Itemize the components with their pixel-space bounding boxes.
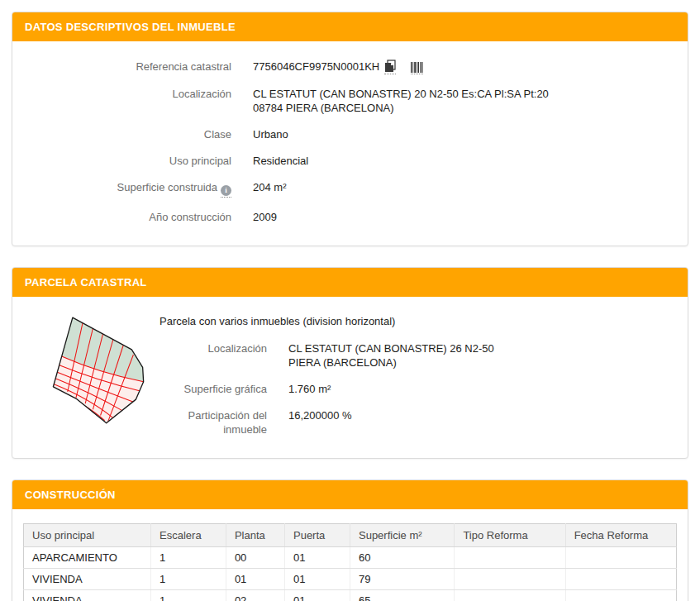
column-header: Uso principal bbox=[24, 524, 151, 547]
copy-icon[interactable] bbox=[384, 60, 396, 74]
table-head: Uso principalEscaleraPlantaPuertaSuperfi… bbox=[24, 524, 677, 547]
field-participacion: Participación del inmueble 16,200000 % bbox=[160, 408, 671, 436]
field-label: Superficie construida bbox=[117, 181, 217, 193]
table-cell: 65 bbox=[350, 590, 454, 601]
field-superficie-construida: Superficie construidai 204 m² bbox=[29, 180, 671, 198]
table-cell: VIVIENDA bbox=[24, 590, 151, 601]
table-cell bbox=[455, 590, 565, 601]
referencia-catastral-value: 7756046CF9975N0001KH bbox=[253, 60, 379, 73]
table-cell: 60 bbox=[350, 547, 454, 569]
table-cell: 00 bbox=[226, 547, 284, 569]
field-label: Uso principal bbox=[29, 154, 231, 168]
panel-title-parcela-catastral: PARCELA CATASTRAL bbox=[12, 268, 688, 297]
table-cell bbox=[565, 547, 676, 569]
panel-title-datos-descriptivos: DATOS DESCRIPTIVOS DEL INMUEBLE bbox=[12, 12, 688, 41]
anio-construccion-value: 2009 bbox=[253, 210, 277, 224]
column-header: Superficie m² bbox=[350, 524, 454, 547]
parcela-localizacion-line2: PIERA (BARCELONA) bbox=[288, 355, 494, 370]
localizacion-line1: CL ESTATUT (CAN BONASTRE) 20 N2-50 Es:CA… bbox=[253, 87, 549, 101]
field-label: Superficie gráfica bbox=[160, 382, 267, 396]
table-header-row: Uso principalEscaleraPlantaPuertaSuperfi… bbox=[24, 524, 677, 547]
clase-value: Urbano bbox=[253, 127, 288, 141]
construccion-table: Uso principalEscaleraPlantaPuertaSuperfi… bbox=[23, 523, 677, 601]
uso-principal-value: Residencial bbox=[253, 154, 308, 168]
column-header: Puerta bbox=[284, 524, 350, 547]
parcela-localizacion-line1: CL ESTATUT (CAN BONASTRE) 26 N2-50 bbox=[288, 341, 494, 355]
panel-title-construccion: CONSTRUCCIÓN bbox=[12, 480, 688, 509]
table-cell: VIVIENDA bbox=[24, 569, 151, 590]
table-cell: 01 bbox=[284, 569, 350, 590]
parcela-subtitle: Parcela con varios inmuebles (division h… bbox=[160, 315, 671, 327]
field-label: Año construcción bbox=[29, 210, 231, 224]
table-cell bbox=[565, 590, 676, 601]
field-uso-principal: Uso principal Residencial bbox=[29, 154, 671, 168]
parcel-map-graphic[interactable] bbox=[49, 315, 146, 437]
column-header: Escalera bbox=[151, 524, 226, 547]
field-localizacion: Localización CL ESTATUT (CAN BONASTRE) 2… bbox=[29, 87, 671, 115]
barcode-icon[interactable] bbox=[411, 62, 423, 74]
panel-construccion: CONSTRUCCIÓN Uso principalEscaleraPlanta… bbox=[12, 479, 688, 601]
field-label: Referencia catastral bbox=[29, 60, 231, 74]
panel-datos-descriptivos: DATOS DESCRIPTIVOS DEL INMUEBLE Referenc… bbox=[12, 12, 688, 246]
table-cell: 1 bbox=[151, 547, 226, 569]
table-cell bbox=[455, 569, 565, 590]
table-row: VIVIENDA1020165 bbox=[24, 590, 677, 601]
field-referencia-catastral: Referencia catastral 7756046CF9975N0001K… bbox=[29, 60, 671, 74]
field-parcela-localizacion: Localización CL ESTATUT (CAN BONASTRE) 2… bbox=[160, 341, 671, 370]
table-row: APARCAMIENTO1000160 bbox=[24, 547, 677, 569]
localizacion-line2: 08784 PIERA (BARCELONA) bbox=[253, 101, 549, 115]
table-cell: 01 bbox=[284, 590, 350, 601]
column-header: Fecha Reforma bbox=[565, 524, 676, 547]
field-clase: Clase Urbano bbox=[29, 127, 671, 141]
table-cell: 01 bbox=[226, 569, 284, 590]
table-cell: 1 bbox=[151, 569, 226, 590]
table-cell bbox=[455, 547, 565, 569]
field-anio-construccion: Año construcción 2009 bbox=[29, 210, 671, 224]
table-cell: 01 bbox=[284, 547, 350, 569]
table-body: APARCAMIENTO1000160VIVIENDA1010179VIVIEN… bbox=[24, 547, 677, 601]
column-header: Tipo Reforma bbox=[455, 524, 565, 547]
table-row: VIVIENDA1010179 bbox=[24, 569, 677, 590]
table-cell: 1 bbox=[151, 590, 226, 601]
superficie-grafica-value: 1.760 m² bbox=[288, 382, 331, 396]
participacion-value: 16,200000 % bbox=[288, 408, 352, 436]
field-label: Localización bbox=[29, 87, 231, 115]
field-label: Clase bbox=[29, 127, 231, 141]
superficie-construida-value: 204 m² bbox=[253, 180, 286, 198]
info-icon[interactable]: i bbox=[221, 185, 231, 198]
column-header: Planta bbox=[226, 524, 284, 547]
field-label: Participación del inmueble bbox=[160, 408, 267, 436]
table-cell: 79 bbox=[350, 569, 454, 590]
field-superficie-grafica: Superficie gráfica 1.760 m² bbox=[160, 382, 671, 396]
table-cell: 02 bbox=[226, 590, 284, 601]
panel-parcela-catastral: PARCELA CATASTRAL bbox=[12, 267, 688, 459]
field-label: Localización bbox=[160, 341, 267, 370]
table-cell: APARCAMIENTO bbox=[24, 547, 151, 569]
table-cell bbox=[565, 569, 676, 590]
